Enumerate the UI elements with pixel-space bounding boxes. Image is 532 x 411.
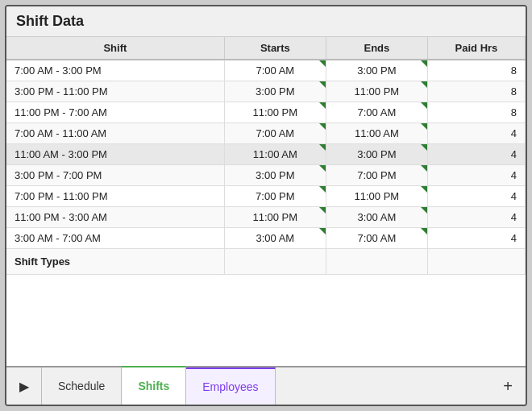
shift-ends: 3:00 AM — [326, 207, 427, 228]
shift-paid-hrs: 4 — [427, 228, 525, 249]
shift-starts: 7:00 AM — [224, 60, 326, 81]
table-row[interactable]: 11:00 PM - 7:00 AM11:00 PM7:00 AM8 — [6, 102, 526, 123]
shift-ends: 11:00 AM — [326, 123, 427, 144]
empty-cell — [427, 249, 525, 275]
shift-starts: 3:00 AM — [224, 228, 326, 249]
play-button[interactable]: ▶ — [6, 367, 42, 405]
shift-ends: 11:00 PM — [326, 81, 427, 102]
shift-paid-hrs: 4 — [427, 165, 525, 186]
add-tab-button[interactable]: + — [490, 367, 526, 405]
shift-paid-hrs: 8 — [427, 60, 525, 81]
shift-name: 3:00 PM - 11:00 PM — [6, 81, 224, 102]
main-window: Shift Data Shift Starts Ends Paid Hrs 7:… — [5, 5, 527, 406]
shift-starts: 3:00 PM — [224, 165, 326, 186]
shift-paid-hrs: 4 — [427, 123, 525, 144]
tab-shifts[interactable]: Shifts — [122, 366, 186, 405]
col-shift: Shift — [6, 37, 224, 60]
tab-schedule[interactable]: Schedule — [42, 367, 122, 405]
empty-cell — [224, 249, 326, 275]
shift-starts: 11:00 AM — [224, 144, 326, 165]
shift-starts: 7:00 AM — [224, 123, 326, 144]
shift-name: 11:00 PM - 3:00 AM — [6, 207, 224, 228]
table-row[interactable]: 11:00 PM - 3:00 AM11:00 PM3:00 AM4 — [6, 207, 526, 228]
col-ends: Ends — [326, 37, 427, 60]
shift-paid-hrs: 4 — [427, 144, 525, 165]
table-row[interactable]: 11:00 AM - 3:00 PM11:00 AM3:00 PM4 — [6, 144, 526, 165]
table-row[interactable]: 3:00 PM - 7:00 PM3:00 PM7:00 PM4 — [6, 165, 526, 186]
shift-starts: 11:00 PM — [224, 102, 326, 123]
shift-ends: 3:00 PM — [326, 144, 427, 165]
col-paid: Paid Hrs — [427, 37, 525, 60]
shift-ends: 7:00 AM — [326, 228, 427, 249]
shift-starts: 11:00 PM — [224, 207, 326, 228]
table-row[interactable]: 7:00 PM - 11:00 PM7:00 PM11:00 PM4 — [6, 186, 526, 207]
shift-ends: 3:00 PM — [326, 60, 427, 81]
shift-starts: 3:00 PM — [224, 81, 326, 102]
shift-starts: 7:00 PM — [224, 186, 326, 207]
tab-bar: ▶ Schedule Shifts Employees + — [6, 366, 526, 405]
col-starts: Starts — [224, 37, 326, 60]
shift-name: 11:00 AM - 3:00 PM — [6, 144, 224, 165]
shift-name: 3:00 PM - 7:00 PM — [6, 165, 224, 186]
shift-name: 7:00 PM - 11:00 PM — [6, 186, 224, 207]
shift-types-label: Shift Types — [6, 249, 224, 275]
shift-name: 11:00 PM - 7:00 AM — [6, 102, 224, 123]
shift-ends: 7:00 PM — [326, 165, 427, 186]
shift-paid-hrs: 8 — [427, 102, 525, 123]
table-row[interactable]: 7:00 AM - 3:00 PM7:00 AM3:00 PM8 — [6, 60, 526, 81]
tab-employees[interactable]: Employees — [186, 367, 275, 405]
table-row[interactable]: 7:00 AM - 11:00 AM7:00 AM11:00 AM4 — [6, 123, 526, 144]
shift-ends: 7:00 AM — [326, 102, 427, 123]
shift-name: 3:00 AM - 7:00 AM — [6, 228, 224, 249]
shift-types-row[interactable]: Shift Types — [6, 249, 526, 275]
scroll-area[interactable]: Shift Starts Ends Paid Hrs 7:00 AM - 3:0… — [6, 37, 526, 366]
page-title: Shift Data — [6, 6, 526, 37]
shift-name: 7:00 AM - 11:00 AM — [6, 123, 224, 144]
table-row[interactable]: 3:00 PM - 11:00 PM3:00 PM11:00 PM8 — [6, 81, 526, 102]
shift-table: Shift Starts Ends Paid Hrs 7:00 AM - 3:0… — [6, 37, 526, 275]
table-row[interactable]: 3:00 AM - 7:00 AM3:00 AM7:00 AM4 — [6, 228, 526, 249]
empty-cell — [326, 249, 427, 275]
shift-name: 7:00 AM - 3:00 PM — [6, 60, 224, 81]
shift-paid-hrs: 8 — [427, 81, 525, 102]
table-area: Shift Starts Ends Paid Hrs 7:00 AM - 3:0… — [6, 37, 526, 366]
shift-ends: 11:00 PM — [326, 186, 427, 207]
shift-paid-hrs: 4 — [427, 186, 525, 207]
shift-paid-hrs: 4 — [427, 207, 525, 228]
